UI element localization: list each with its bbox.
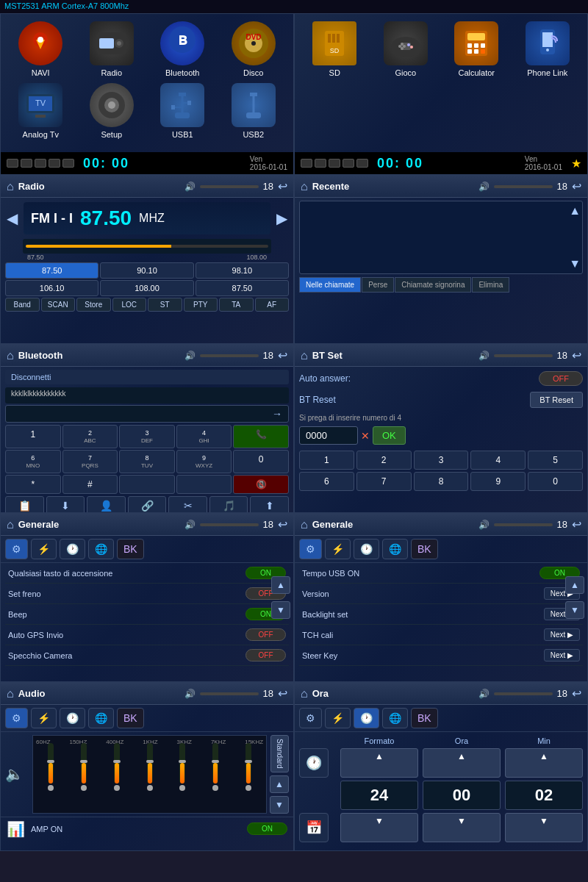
gen-left-home[interactable]: ⌂: [7, 518, 14, 531]
gen-left-tab-globe[interactable]: 🌐: [88, 539, 114, 559]
audio-tab-clock[interactable]: 🕐: [60, 708, 85, 728]
num-key-3[interactable]: 3: [414, 451, 469, 470]
gen-right-home[interactable]: ⌂: [301, 518, 308, 531]
bt-pin-clear-icon[interactable]: ✕: [361, 430, 370, 442]
bt-key-hangup[interactable]: 📵: [233, 475, 289, 494]
app-usb2[interactable]: USB2: [221, 83, 287, 139]
eq-track-400[interactable]: [114, 743, 120, 784]
eq-track-15k[interactable]: [245, 743, 251, 784]
gen-right-tab-gear[interactable]: ⚙: [299, 539, 322, 559]
bt-set-vol-slider[interactable]: [494, 354, 553, 357]
ctrl-scan[interactable]: SCAN: [41, 298, 76, 312]
ora-vol-slider[interactable]: [494, 692, 553, 695]
radio-next-btn[interactable]: ▶: [273, 209, 290, 227]
eq-bar-1k[interactable]: 0: [135, 743, 165, 791]
app-disco[interactable]: DVD Disco: [221, 21, 287, 77]
num-key-4[interactable]: 4: [470, 451, 526, 470]
bt-vol-slider[interactable]: [200, 354, 259, 357]
bt-key-8[interactable]: 8TUV: [119, 450, 175, 473]
bt-key-9[interactable]: 9WXYZ: [176, 450, 232, 473]
radio-tuner-bar[interactable]: [23, 239, 271, 254]
formato-down-btn[interactable]: ▼: [340, 813, 418, 842]
bt-key-0[interactable]: 0: [233, 450, 289, 473]
ora-tab-globe[interactable]: 🌐: [382, 708, 408, 728]
eq-bar-60[interactable]: 0: [36, 743, 66, 791]
bt-action-7[interactable]: ⬆: [250, 496, 289, 513]
num-key-6[interactable]: 6: [299, 472, 354, 491]
recente-scroll-down[interactable]: ▼: [569, 257, 581, 270]
recente-scroll-up[interactable]: ▲: [569, 204, 581, 218]
eq-track-60[interactable]: [48, 743, 54, 784]
bt-key-star[interactable]: *: [5, 475, 61, 494]
num-key-2[interactable]: 2: [356, 451, 412, 470]
gen-right-tab-eq[interactable]: ⚡: [325, 539, 351, 559]
app-usb1[interactable]: USB1: [150, 83, 215, 139]
recente-vol-slider[interactable]: [494, 185, 553, 188]
app-bluetooth[interactable]: ʙ Bluetooth: [150, 21, 215, 77]
eq-bar-15k[interactable]: 0: [233, 743, 263, 791]
gen-left-tab-bk[interactable]: BK: [117, 539, 144, 559]
audio-scroll-down[interactable]: ▼: [270, 796, 289, 814]
app-sd[interactable]: SD SD: [302, 21, 368, 77]
bt-action-2[interactable]: ⬇: [46, 496, 85, 513]
auto-answer-toggle[interactable]: OFF: [539, 371, 583, 386]
ctrl-pty[interactable]: PTY: [184, 298, 218, 312]
gen-right-scroll-up[interactable]: ▲: [565, 576, 584, 594]
eq-track-3k[interactable]: [179, 743, 185, 784]
freq-btn-3[interactable]: 98.10: [196, 262, 289, 279]
ora-home-icon[interactable]: ⌂: [301, 687, 308, 700]
bt-action-6[interactable]: 🎵: [209, 496, 248, 513]
amp-on-toggle[interactable]: ON: [247, 822, 287, 835]
gen-right-vol-slider[interactable]: [494, 523, 553, 526]
setting-tch-cali-next[interactable]: Next ▶: [544, 628, 580, 641]
eq-track-1k[interactable]: [147, 743, 153, 784]
bt-key-call[interactable]: 📞: [233, 425, 289, 448]
recente-list[interactable]: ▲ ▼: [299, 201, 583, 274]
min-up-btn[interactable]: ▲: [505, 748, 583, 778]
bt-key-7[interactable]: 7PQRS: [62, 450, 118, 473]
gen-right-tab-bk[interactable]: BK: [411, 539, 438, 559]
gen-right-tab-clock[interactable]: 🕐: [354, 539, 379, 559]
eq-bar-3k[interactable]: 0: [168, 743, 198, 791]
audio-tab-globe[interactable]: 🌐: [88, 708, 114, 728]
tab-nelle-chiamate[interactable]: Nelle chiamate: [299, 277, 361, 293]
bt-back-icon[interactable]: ↩: [278, 348, 287, 362]
gen-left-tab-clock[interactable]: 🕐: [60, 539, 85, 559]
app-calculator[interactable]: Calculator: [444, 21, 509, 77]
tab-perse[interactable]: Perse: [362, 277, 394, 293]
min-down-btn[interactable]: ▼: [505, 813, 583, 842]
num-key-9[interactable]: 9: [470, 472, 526, 491]
ora-up-btn[interactable]: ▲: [423, 748, 501, 778]
ora-tab-eq[interactable]: ⚡: [325, 708, 351, 728]
formato-up-btn[interactable]: ▲: [340, 748, 418, 778]
audio-vol-slider[interactable]: [200, 692, 259, 695]
app-gioco[interactable]: Gioco: [373, 21, 439, 77]
gen-right-scroll-down[interactable]: ▼: [565, 601, 584, 619]
bt-key-6[interactable]: 6MNO: [5, 450, 61, 473]
audio-back-icon[interactable]: ↩: [278, 686, 287, 700]
num-key-7[interactable]: 7: [356, 472, 412, 491]
num-key-8[interactable]: 8: [414, 472, 469, 491]
ora-calendar-icon-btn[interactable]: 📅: [299, 813, 329, 842]
setting-steer-key-next[interactable]: Next ▶: [544, 649, 580, 662]
radio-home-icon[interactable]: ⌂: [7, 180, 14, 193]
num-key-5[interactable]: 5: [528, 451, 583, 470]
num-key-0[interactable]: 0: [528, 472, 583, 491]
bt-disconnetti-btn[interactable]: Disconnetti: [5, 370, 289, 384]
gen-left-vol-slider[interactable]: [200, 523, 259, 526]
bt-key-4[interactable]: 4GHI: [176, 425, 232, 448]
ctrl-loc[interactable]: LOC: [112, 298, 147, 312]
gen-left-tab-eq[interactable]: ⚡: [31, 539, 57, 559]
bt-action-5[interactable]: ✂: [168, 496, 207, 513]
gen-left-scroll-up[interactable]: ▲: [271, 576, 290, 594]
eq-bar-400[interactable]: 0: [101, 743, 132, 791]
bt-action-1[interactable]: 📋: [5, 496, 44, 513]
radio-prev-btn[interactable]: ◀: [4, 209, 21, 227]
app-phonelink[interactable]: Phone Link: [515, 21, 581, 77]
app-navi[interactable]: NAVI: [8, 21, 74, 77]
tab-elimina[interactable]: Elimina: [472, 277, 509, 293]
bt-reset-btn[interactable]: BT Reset: [530, 392, 583, 408]
gen-left-scroll-down[interactable]: ▼: [271, 601, 290, 619]
eq-track-7k[interactable]: [212, 743, 218, 784]
app-radio[interactable]: Radio: [79, 21, 145, 77]
